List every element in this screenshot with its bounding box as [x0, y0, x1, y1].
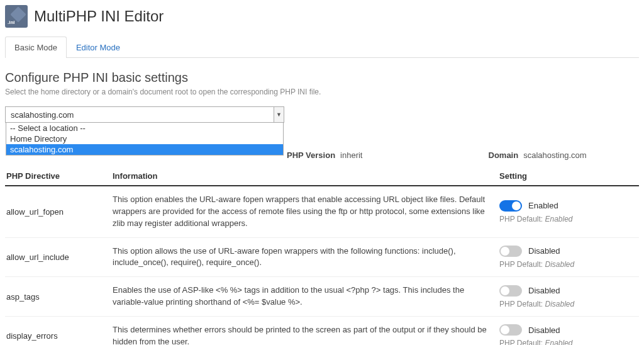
toggle-label: Disabled [528, 246, 560, 256]
toggle-switch[interactable] [499, 200, 522, 212]
tab-editor-mode[interactable]: Editor Mode [67, 37, 130, 58]
tabs: Basic Mode Editor Mode [5, 37, 639, 58]
directive-setting: EnabledPHP Default: Enabled [499, 200, 639, 223]
table-row: allow_url_includeThis option allows the … [5, 238, 639, 278]
select-value: scalahosting.com [6, 110, 274, 120]
table-row: asp_tagsEnables the use of ASP-like <% %… [5, 277, 639, 317]
toggle-switch[interactable] [499, 324, 522, 336]
directive-name: display_errors [5, 331, 113, 341]
dropdown-option[interactable]: -- Select a location -- [6, 123, 283, 133]
directive-setting: DisabledPHP Default: Disabled [499, 246, 639, 269]
php-version-value: inherit [340, 150, 362, 160]
domain-value: scalahosting.com [523, 150, 586, 160]
directives-table: PHP Directive Information Setting allow_… [5, 171, 639, 345]
section-desc: Select the home directory or a domain's … [5, 88, 639, 96]
default-text: PHP Default: Enabled [499, 339, 639, 345]
table-header: PHP Directive Information Setting [5, 171, 639, 186]
th-info: Information [113, 171, 499, 181]
toggle-label: Disabled [528, 286, 560, 295]
page-header: .ini MultiPHP INI Editor [5, 0, 639, 37]
toggle-label: Enabled [528, 201, 558, 210]
directive-info: This option enables the URL-aware fopen … [113, 194, 499, 230]
domain-label: Domain [489, 150, 519, 160]
table-row: display_errorsThis determines whether er… [5, 317, 639, 345]
th-setting: Setting [499, 171, 639, 181]
directive-name: allow_url_include [5, 252, 113, 262]
select-box[interactable]: scalahosting.com ▼ [5, 106, 284, 123]
section-title: Configure PHP INI basic settings [5, 71, 639, 85]
default-text: PHP Default: Disabled [499, 260, 639, 269]
directive-info: This option allows the use of URL-aware … [113, 246, 499, 269]
directive-name: allow_url_fopen [5, 207, 113, 217]
select-dropdown: -- Select a location --Home Directorysca… [6, 123, 284, 156]
toggle-label: Disabled [528, 325, 560, 335]
default-text: PHP Default: Enabled [499, 215, 639, 223]
directive-setting: DisabledPHP Default: Disabled [499, 285, 639, 308]
page-title: MultiPHP INI Editor [34, 8, 164, 25]
dropdown-option[interactable]: scalahosting.com [6, 144, 283, 155]
app-icon: .ini [5, 5, 28, 28]
app-icon-label: .ini [8, 20, 15, 25]
directive-setting: DisabledPHP Default: Enabled [499, 324, 639, 345]
th-directive: PHP Directive [5, 171, 113, 181]
toggle-switch[interactable] [499, 285, 522, 297]
directive-name: asp_tags [5, 292, 113, 302]
php-version-label: PHP Version [287, 150, 335, 160]
directive-info: Enables the use of ASP-like <% %> tags i… [113, 285, 499, 308]
table-row: allow_url_fopenThis option enables the U… [5, 186, 639, 238]
toggle-switch[interactable] [499, 246, 522, 257]
directive-info: This determines whether errors should be… [113, 324, 499, 345]
location-select[interactable]: scalahosting.com ▼ -- Select a location … [5, 106, 284, 123]
tab-basic-mode[interactable]: Basic Mode [5, 37, 67, 58]
dropdown-option[interactable]: Home Directory [6, 133, 283, 144]
default-text: PHP Default: Disabled [499, 300, 639, 308]
chevron-down-icon[interactable]: ▼ [274, 107, 284, 122]
